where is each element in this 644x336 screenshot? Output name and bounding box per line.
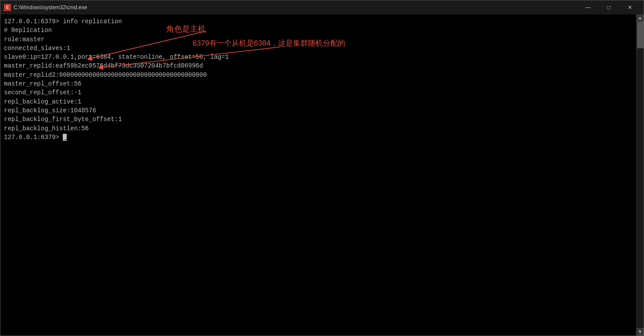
line-slave0: slave0:ip=127.0.0.1,port=6384, state=onl…	[4, 53, 633, 61]
content-wrapper: 127.0.0.1:6379> info replication # Repli…	[0, 14, 644, 336]
prompt-1: 127.0.0.1:6379>	[4, 18, 59, 25]
prompt-2: 127.0.0.1:6379>	[4, 134, 59, 141]
line-connected-slaves: connected_slaves:1	[4, 44, 633, 53]
terminal-content: 127.0.0.1:6379> info replication # Repli…	[4, 17, 633, 142]
scroll-down-arrow[interactable]: ▼	[637, 328, 644, 336]
scroll-up-arrow[interactable]: ▲	[637, 14, 644, 22]
scroll-thumb[interactable]	[637, 22, 644, 48]
window-icon: C	[4, 4, 11, 11]
command-text: info replication	[59, 18, 122, 25]
line-repl-backlog-histlen: repl_backlog_histlen:56	[4, 124, 633, 133]
scrollbar[interactable]: ▲ ▼	[636, 14, 644, 336]
section-header: # Replication	[4, 26, 633, 35]
line-role: role:master	[4, 35, 633, 44]
line-repl-backlog-first: repl_backlog_first_byte_offset:1	[4, 115, 633, 124]
window-title: C:\Windows\system32\cmd.exe	[14, 4, 87, 11]
line-repl-backlog-size: repl_backlog_size:1048576	[4, 106, 633, 115]
titlebar: C C:\Windows\system32\cmd.exe — □ ✕	[0, 0, 644, 14]
cmd-line-1: 127.0.0.1:6379> info replication	[4, 17, 633, 26]
terminal-area[interactable]: 127.0.0.1:6379> info replication # Repli…	[0, 14, 636, 336]
close-button[interactable]: ✕	[620, 0, 640, 14]
line-master-replid2: master_replid2:0000000000000000000000000…	[4, 71, 633, 79]
scroll-track[interactable]	[637, 22, 644, 328]
line-master-replid: master_replid:eaf59b2ec0576d4bf73dc35072…	[4, 61, 633, 70]
cmd-window: C C:\Windows\system32\cmd.exe — □ ✕ 127.…	[0, 0, 644, 336]
line-master-repl-offset: master_repl_offset:56	[4, 79, 633, 88]
minimize-button[interactable]: —	[578, 0, 598, 14]
line-repl-backlog-active: repl_backlog_active:1	[4, 97, 633, 106]
prompt-line-2: 127.0.0.1:6379> _	[4, 133, 633, 142]
line-second-repl-offset: second_repl_offset:-1	[4, 88, 633, 97]
window-controls: — □ ✕	[578, 0, 640, 14]
maximize-button[interactable]: □	[599, 0, 619, 14]
